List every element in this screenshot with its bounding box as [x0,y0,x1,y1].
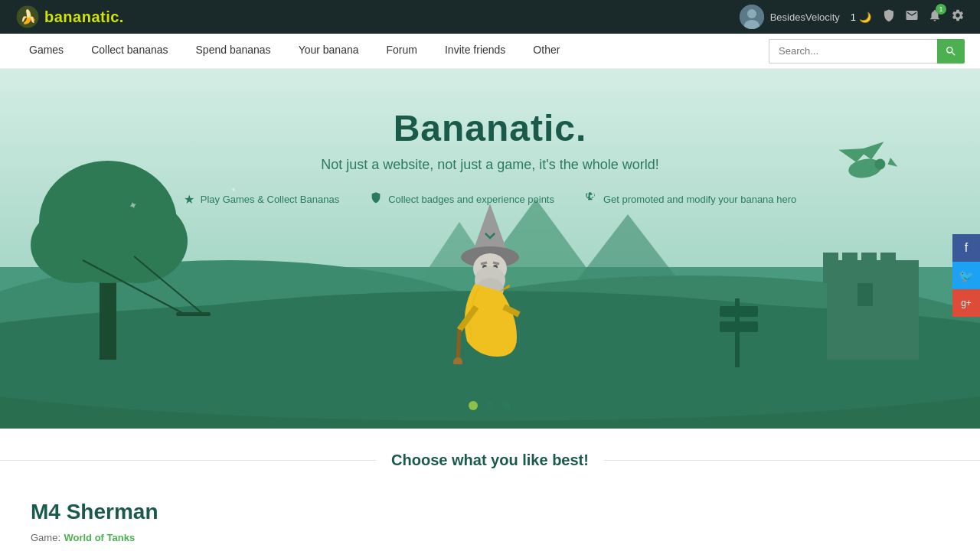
nav-links: Games Collect bananas Spend bananas Your… [15,34,573,69]
googleplus-icon: g+ [961,298,972,308]
hero-feature-3: Get promoted and modify your banana hero [585,191,796,207]
svg-rect-15 [720,321,758,332]
hero-subtitle: Not just a website, not just a game, it'… [321,157,659,173]
game-card-section: M4 Sherman Game: World of Tanks [0,484,980,551]
svg-rect-22 [176,312,211,316]
hero-feature-3-text: Get promoted and modify your banana hero [603,194,796,205]
banana-count: 1 🌙 [851,11,871,23]
googleplus-button[interactable]: g+ [952,289,980,317]
count-value: 1 [851,11,856,23]
username: BesidesVelocity [770,11,840,23]
svg-rect-27 [880,253,896,283]
game-title: M4 Sherman [31,500,158,524]
search-button[interactable] [937,39,965,64]
moon-icon: 🌙 [859,11,871,23]
nav-bar: Games Collect bananas Spend bananas Your… [0,34,980,69]
hero-feature-1: ★ Play Games & Collect Bananas [184,192,339,207]
svg-rect-26 [861,253,877,283]
facebook-button[interactable]: f [952,234,980,262]
notifications-icon[interactable]: 1 [928,8,942,25]
mail-icon[interactable] [905,8,919,25]
carousel-dot-2[interactable] [485,401,495,410]
twitter-button[interactable]: 🐦 [952,262,980,289]
divider-right [604,460,980,461]
nav-invite-friends[interactable]: Invite friends [431,34,519,69]
svg-rect-24 [823,253,838,283]
svg-line-40 [481,262,487,264]
nav-other[interactable]: Other [519,34,573,69]
svg-line-41 [493,262,499,264]
hero-content: Bananatic. Not just a website, not just … [0,69,980,251]
hero-features: ★ Play Games & Collect Bananas Collect b… [184,191,796,207]
svg-line-47 [458,330,459,360]
game-label: Game: [31,532,60,543]
nav-games[interactable]: Games [15,34,77,69]
divider-left [0,460,376,461]
nav-your-banana[interactable]: Your banana [285,34,373,69]
game-name[interactable]: World of Tanks [64,532,135,543]
section-choose-title: Choose what you like best! [391,452,589,469]
twitter-icon: 🐦 [959,269,974,283]
logo-area[interactable]: 🍌 bananatic. [15,5,124,29]
top-bar: 🍌 bananatic. BesidesVelocity 1 🌙 [0,0,980,34]
top-icons: 1 [882,8,965,25]
carousel-dot-3[interactable] [502,401,511,410]
notification-badge: 1 [936,4,946,15]
carousel-dots [469,401,511,410]
nav-forum[interactable]: Forum [373,34,431,69]
top-right: BesidesVelocity 1 🌙 1 [740,5,965,29]
hero-section: ✦ ✦ [0,69,980,429]
game-info: M4 Sherman Game: World of Tanks [31,500,158,544]
hero-feature-2-text: Collect badges and experience points [388,194,554,205]
shield-icon [370,191,382,207]
search-area [769,39,965,64]
svg-point-48 [453,357,462,364]
svg-text:🍌: 🍌 [20,8,37,25]
svg-point-3 [747,9,756,18]
svg-rect-28 [858,283,873,306]
carousel-dot-1[interactable] [469,401,478,410]
scroll-arrow[interactable] [479,225,501,251]
facebook-icon: f [965,241,968,255]
search-icon [945,45,957,57]
star-icon: ★ [184,192,194,207]
nav-spend-bananas[interactable]: Spend bananas [182,34,285,69]
logo-text: bananatic. [44,8,124,26]
nav-collect-bananas[interactable]: Collect bananas [77,34,181,69]
svg-rect-14 [720,306,758,317]
trophy-icon [585,191,597,207]
hero-feature-1-text: Play Games & Collect Bananas [201,194,339,205]
game-label-area: Game: World of Tanks [31,530,158,544]
user-area: BesidesVelocity [740,5,840,29]
settings-icon[interactable] [951,8,965,25]
section-divider: Choose what you like best! [0,452,980,469]
social-sidebar: f 🐦 g+ [952,234,980,317]
section-choose: Choose what you like best! [0,429,980,484]
hero-title: Bananatic. [394,107,587,149]
banana-logo-icon: 🍌 [15,5,40,29]
shield-nav-icon[interactable] [882,8,896,25]
svg-rect-25 [842,253,858,283]
search-input[interactable] [769,39,937,64]
hero-feature-2: Collect badges and experience points [370,191,554,207]
avatar [740,5,764,29]
